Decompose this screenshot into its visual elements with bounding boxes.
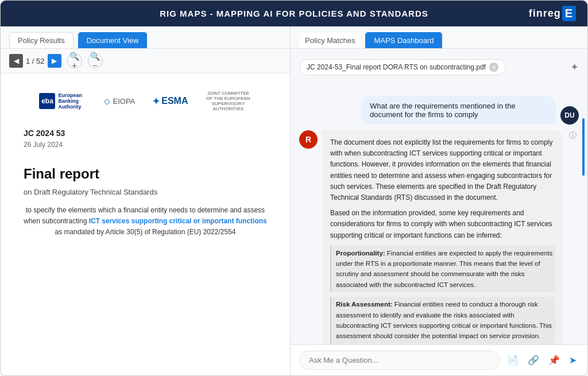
bot-message: R The document does not explicitly list … (299, 130, 579, 344)
document-content: eba European Banking Authority ◇ EIOPA ✦… (1, 73, 290, 375)
logo: finreg E (529, 6, 576, 21)
user-message: What are the requirements mentioned in t… (299, 96, 579, 125)
chat-area: JC 2024-53_Final report DORA RTS on subc… (291, 49, 587, 344)
tab-policy-results[interactable]: Policy Results (9, 32, 74, 48)
doc-tag-filename: JC 2024-53_Final report DORA RTS on subc… (307, 63, 486, 71)
document-tag: JC 2024-53_Final report DORA RTS on subc… (299, 59, 506, 75)
bullet-proportionality: Proportionality: Financial entities are … (330, 246, 555, 293)
next-page-button[interactable]: ▶ (48, 54, 61, 68)
document-reference: JC 2024 53 (24, 129, 65, 138)
tab-policy-matches[interactable]: Policy Matches (299, 33, 361, 48)
user-avatar: DU (560, 106, 579, 125)
document-tool-button[interactable]: 📄 (505, 352, 521, 368)
bot-intro-text: The document does not explicitly list th… (330, 137, 555, 203)
zoom-out-button[interactable]: 🔍− (88, 53, 103, 68)
left-toolbar: ◀ 1 / 52 ▶ 🔍+ 🔍− (1, 49, 290, 73)
acpo-logo: ◇ EIOPA (104, 96, 135, 106)
bot-inference-text: Based on the information provided, some … (330, 208, 555, 241)
info-button[interactable]: ⓘ (569, 130, 577, 141)
main-container: Policy Results Document View ◀ 1 / 52 ▶ … (1, 26, 587, 375)
doc-tag-row: JC 2024-53_Final report DORA RTS on subc… (299, 55, 579, 77)
document-title: Final report (24, 166, 99, 182)
scrollbar-indicator[interactable] (582, 118, 585, 176)
right-panel: Policy Matches MAPS Dashboard JC 2024-53… (291, 26, 587, 375)
left-tabs: Policy Results Document View (1, 26, 290, 49)
tab-document-view[interactable]: Document View (78, 32, 148, 48)
page-navigation: ◀ 1 / 52 ▶ (9, 54, 61, 68)
institution-logos: eba European Banking Authority ◇ EIOPA ✦… (39, 91, 251, 111)
chat-input[interactable] (299, 351, 500, 370)
bullet-risk-assessment: Risk Assessment: Financial entities need… (330, 297, 555, 344)
left-panel: Policy Results Document View ◀ 1 / 52 ▶ … (1, 26, 291, 375)
right-tabs: Policy Matches MAPS Dashboard (291, 26, 587, 49)
esma-logo: ✦ ESMA (152, 96, 188, 107)
joint-committee-logo: JOINT COMMITTEE OF THE EUROPEAN SUPERVIS… (206, 91, 252, 111)
document-date: 26 July 2024 (24, 141, 63, 149)
user-bubble: What are the requirements mentioned in t… (361, 96, 556, 125)
logo-e: E (562, 6, 576, 21)
app-header: RIG MAPS - MAPPING AI FOR POLICIES AND S… (1, 1, 587, 26)
send-button[interactable]: ➤ (567, 352, 579, 368)
tab-maps-dashboard[interactable]: MAPS Dashboard (365, 32, 442, 48)
page-indicator: 1 / 52 (26, 57, 45, 65)
bot-bubble: The document does not explicitly list th… (322, 130, 563, 344)
document-body: to specify the elements which a financia… (24, 205, 267, 238)
link-tool-button[interactable]: 🔗 (525, 352, 541, 368)
sparkle-button[interactable]: ✦ (570, 61, 579, 73)
logo-text: finreg (529, 7, 561, 20)
chat-input-area: 📄 🔗 📌 ➤ (291, 344, 587, 375)
header-title: RIG MAPS - MAPPING AI FOR POLICIES AND S… (160, 9, 428, 18)
attach-tool-button[interactable]: 📌 (546, 352, 562, 368)
doc-tag-close-button[interactable]: ✕ (489, 63, 498, 72)
zoom-in-button[interactable]: 🔍+ (67, 53, 82, 68)
document-subtitle: on Draft Regulatory Technical Standards (24, 188, 157, 196)
prev-page-button[interactable]: ◀ (9, 54, 23, 68)
bot-avatar: R (299, 130, 318, 149)
eba-logo: eba European Banking Authority (39, 92, 87, 110)
